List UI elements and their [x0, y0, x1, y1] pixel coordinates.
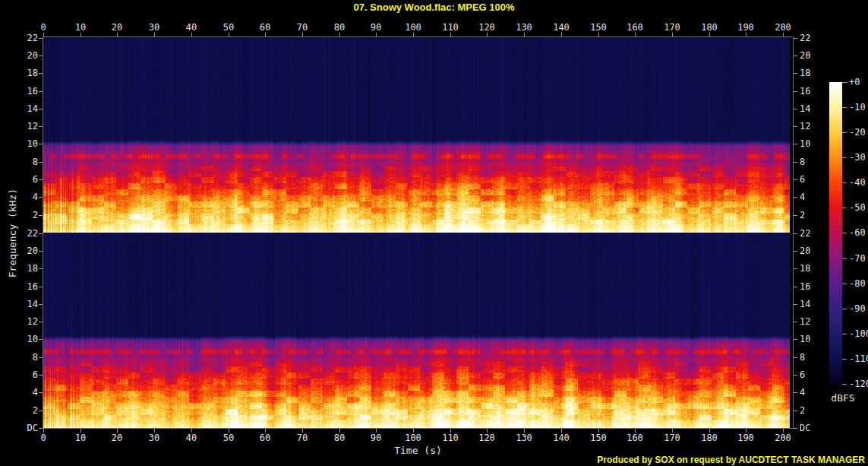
time-tick-top	[229, 33, 229, 36]
freq-tick-label-right: 10	[800, 139, 830, 149]
freq-tick-label-left: 20	[11, 51, 38, 61]
freq-tick-label-left: 14	[11, 104, 38, 114]
freq-tick-left	[39, 375, 43, 376]
level-tick	[842, 182, 847, 183]
time-tick-label-bottom: 150	[583, 433, 614, 443]
level-tick	[842, 132, 847, 133]
freq-tick-label-left: 8	[11, 157, 38, 167]
time-tick-top	[265, 33, 266, 36]
time-tick-label-top: 110	[435, 23, 466, 33]
time-tick-label-bottom: 100	[398, 433, 428, 443]
time-tick-label-bottom: 40	[176, 433, 207, 443]
freq-tick-left	[39, 322, 43, 322]
time-tick-top	[635, 33, 636, 36]
freq-tick-label-right: 6	[800, 370, 830, 380]
freq-tick-label-right: 12	[800, 317, 830, 327]
time-tick-label-bottom: 130	[509, 433, 539, 443]
level-tick	[842, 359, 847, 360]
time-tick-label-top: 70	[287, 23, 317, 33]
freq-tick-label-right: 8	[800, 157, 830, 167]
time-tick-label-top: 30	[139, 23, 169, 33]
freq-tick-label-right: 22	[800, 229, 830, 239]
time-tick-top	[339, 33, 340, 36]
freq-tick-label-right: 16	[800, 87, 830, 97]
freq-tick-right	[794, 375, 797, 376]
freq-tick-right	[794, 109, 797, 109]
freq-tick-right	[794, 144, 797, 144]
time-tick-top	[487, 33, 488, 36]
time-tick-top	[783, 33, 784, 36]
level-tick	[842, 208, 847, 208]
freq-tick-label-right: 2	[800, 406, 830, 416]
freq-tick-right	[794, 322, 797, 322]
level-tick-label: -70	[849, 254, 868, 264]
time-tick-label-bottom: 200	[768, 433, 798, 443]
time-tick-label-bottom: 110	[435, 433, 466, 443]
freq-tick-label-left: 16	[11, 282, 38, 292]
plot-frame	[43, 36, 794, 429]
time-tick-label-bottom: 170	[657, 433, 687, 443]
freq-tick-right	[794, 38, 797, 39]
level-tick	[842, 157, 847, 158]
freq-tick-left	[39, 339, 43, 340]
level-tick	[842, 233, 847, 233]
time-tick-label-top: 10	[65, 23, 96, 33]
time-tick-label-top: 200	[768, 23, 798, 33]
time-tick-top	[413, 33, 414, 36]
freq-tick-right	[794, 162, 797, 163]
freq-tick-right	[794, 215, 797, 216]
freq-tick-right	[794, 304, 797, 305]
time-tick-label-bottom: 70	[287, 433, 317, 443]
time-tick-label-top: 190	[731, 23, 761, 33]
freq-tick-right	[794, 339, 797, 340]
freq-tick-left	[39, 268, 43, 269]
freq-tick-label-left: 4	[11, 388, 38, 398]
time-tick-label-bottom: 30	[139, 433, 169, 443]
level-tick-label: -80	[849, 279, 868, 289]
freq-tick-label-right: 4	[800, 192, 830, 202]
freq-tick-left	[39, 197, 43, 198]
level-tick	[842, 384, 847, 385]
freq-tick-left	[39, 55, 43, 56]
freq-tick-right	[794, 357, 797, 358]
freq-tick-right	[794, 73, 797, 74]
freq-tick-label-left: 2	[11, 211, 38, 220]
freq-tick-label-left: 8	[11, 353, 38, 363]
freq-tick-label-left: 22	[11, 33, 38, 43]
freq-tick-left	[39, 38, 43, 39]
freq-tick-right	[794, 392, 797, 393]
time-tick-top	[376, 33, 377, 36]
time-tick-label-top: 120	[472, 23, 502, 33]
time-tick-top	[117, 33, 118, 36]
freq-tick-left	[39, 91, 43, 92]
time-tick-top	[302, 33, 303, 36]
freq-tick-left	[39, 428, 43, 429]
time-tick-label-bottom: 10	[65, 433, 96, 443]
freq-tick-label-right: 2	[800, 211, 830, 220]
freq-tick-left	[39, 179, 43, 180]
credit-text: Produced by SOX on request by AUCDTECT T…	[597, 455, 865, 465]
level-tick-label: -110	[849, 354, 868, 364]
level-tick-label: -90	[849, 304, 868, 314]
level-tick-label: -120	[849, 379, 868, 389]
freq-tick-right	[794, 91, 797, 92]
freq-tick-left	[39, 73, 43, 74]
freq-tick-label-left: 12	[11, 122, 38, 132]
time-tick-top	[598, 33, 599, 36]
time-tick-top	[450, 33, 451, 36]
level-tick-label: -40	[849, 178, 868, 188]
time-tick-label-bottom: 80	[324, 433, 355, 443]
freq-tick-label-left: 4	[11, 192, 38, 202]
freq-tick-label-right: 12	[800, 122, 830, 132]
freq-tick-left	[39, 109, 43, 109]
freq-tick-label-left: 10	[11, 139, 38, 149]
freq-tick-left	[39, 162, 43, 163]
spectrogram-window: 07. Snowy Wood.flac: MPEG 100% Frequency…	[0, 0, 868, 466]
time-tick-label-bottom: 0	[28, 433, 58, 443]
freq-tick-left	[39, 392, 43, 393]
freq-tick-label-right: 14	[800, 300, 830, 309]
freq-tick-label-right: 14	[800, 104, 830, 114]
freq-tick-left	[39, 144, 43, 144]
freq-tick-label-left: 14	[11, 300, 38, 309]
time-tick-label-top: 60	[250, 23, 280, 33]
